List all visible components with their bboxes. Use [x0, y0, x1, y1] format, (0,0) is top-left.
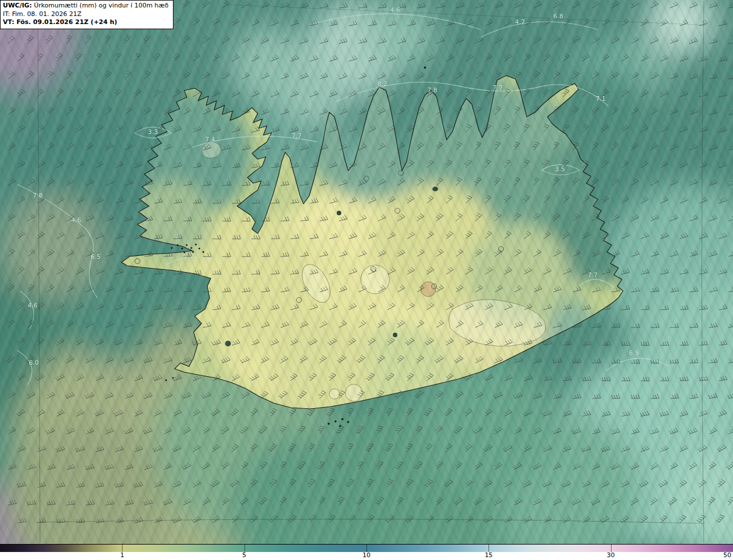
valid-time: VT: Fös. 09.01.2026 21Z (+24 h): [3, 18, 168, 27]
colorbar-tick-label: 10: [362, 551, 371, 559]
product-title: Úrkomumætti (mm) og vindur í 100m hæð: [34, 2, 168, 9]
colorbar-tick-label: 1: [120, 551, 124, 559]
init-time: IT: Fim. 08. 01. 2026 21Z: [3, 10, 168, 19]
colorbar-gradient: [0, 544, 733, 552]
colorbar-tick-label: 50: [723, 551, 731, 559]
colorbar-tick-label: 15: [484, 551, 492, 559]
colorbar: 1510153050: [0, 544, 733, 560]
weather-map-screen: 4.64.76.88.27.87.77.13.37.47.73.57.84.66…: [0, 0, 733, 560]
colorbar-tick-label: 5: [242, 551, 246, 559]
colorbar-tick-label: 30: [607, 551, 615, 559]
map-canvas: 4.64.76.88.27.87.77.13.37.47.73.57.84.66…: [0, 0, 733, 544]
title-box: UWC/IG: Úrkomumætti (mm) og vindur í 100…: [0, 0, 174, 29]
model-id: UWC/IG:: [3, 2, 32, 9]
title-line-1: UWC/IG: Úrkomumætti (mm) og vindur í 100…: [3, 2, 168, 10]
map-graphics: [0, 0, 733, 544]
colorbar-labels: 1510153050: [0, 552, 733, 560]
